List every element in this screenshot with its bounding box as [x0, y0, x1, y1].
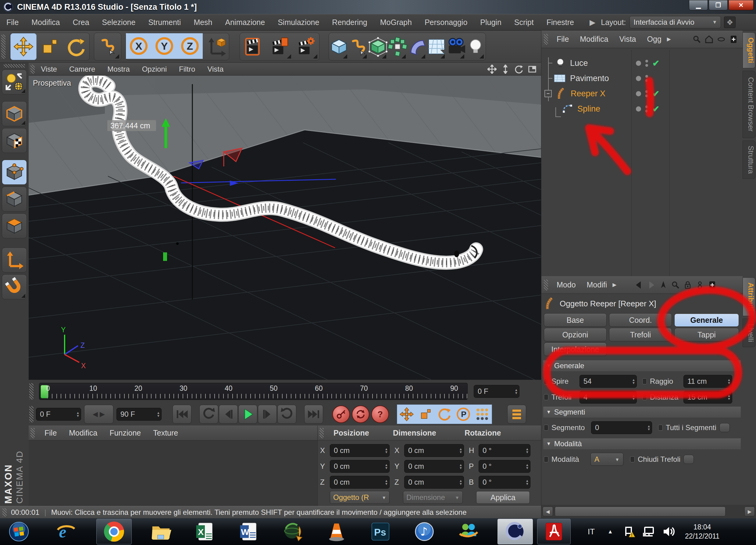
render-view-button[interactable]: [240, 33, 266, 60]
volume-icon[interactable]: [662, 525, 676, 538]
chiudi-anim-dot[interactable]: [630, 456, 635, 462]
home-icon[interactable]: [703, 33, 715, 45]
polygons-mode-button[interactable]: [2, 213, 27, 238]
excel-icon[interactable]: X: [190, 519, 219, 544]
om-menu-oggetti[interactable]: Ogg: [642, 35, 667, 44]
menu-selezione[interactable]: Selezione: [96, 18, 142, 27]
pos-z-field[interactable]: 0 cm▲▼: [330, 476, 390, 489]
pan-view-icon[interactable]: [487, 65, 497, 74]
attr-grip[interactable]: [544, 280, 548, 290]
make-editable-button[interactable]: [2, 69, 27, 94]
menu-personaggio[interactable]: Personaggio: [418, 18, 474, 27]
dim-z-field[interactable]: 0 cm▲▼: [404, 476, 464, 489]
add-primitive-cube-button[interactable]: [329, 33, 349, 60]
autokey-button[interactable]: [352, 405, 369, 423]
apply-button[interactable]: Applica: [476, 491, 530, 504]
add-camera-button[interactable]: [446, 33, 466, 60]
menu-script[interactable]: Script: [508, 18, 540, 27]
mode-toolbar-grip[interactable]: [4, 64, 25, 68]
om-menu-file[interactable]: File: [551, 35, 574, 44]
photoshop-icon[interactable]: Ps: [366, 519, 395, 544]
add-modeling-object-button[interactable]: [388, 33, 407, 60]
attr-menu-overflow-icon[interactable]: ▶: [612, 282, 616, 288]
timeline-ruler[interactable]: 0 10 20 30 40 50 60 70 80 90: [39, 383, 468, 400]
goto-end-button[interactable]: [304, 405, 323, 424]
object-label[interactable]: Pavimento: [570, 74, 609, 83]
render-dot[interactable]: [645, 64, 648, 67]
scale-tool-button[interactable]: [37, 33, 63, 60]
add-generator-button[interactable]: [368, 33, 388, 60]
tab-oggetti[interactable]: Oggetti: [743, 32, 755, 68]
attr-menu-modifica[interactable]: Modifi: [581, 280, 613, 289]
keying-selection-button[interactable]: [473, 405, 492, 424]
move-tool-button[interactable]: [10, 33, 37, 60]
coords-mode-dropdown[interactable]: Oggetto (R▼: [330, 491, 390, 504]
menu-mograph[interactable]: MoGraph: [374, 18, 418, 27]
segmento-field[interactable]: 0▲▼: [591, 421, 652, 434]
rotate-view-icon[interactable]: [514, 65, 523, 74]
explorer-folder-icon[interactable]: [146, 519, 176, 544]
tab-base[interactable]: Base: [544, 313, 607, 327]
tab-struttura[interactable]: Struttura: [743, 141, 755, 179]
render-dot[interactable]: [645, 60, 648, 62]
last-tool-spline-button[interactable]: [95, 33, 121, 60]
editor-dot[interactable]: [636, 106, 641, 112]
distanza-field[interactable]: 15 cm▲▼: [683, 391, 732, 404]
render-dot[interactable]: [645, 105, 648, 108]
rotate-tool-button[interactable]: [63, 33, 89, 60]
render-to-picture-viewer-button[interactable]: [266, 33, 293, 60]
mat-menu-funzione[interactable]: Funzione: [103, 429, 147, 437]
modalita-anim-dot[interactable]: [544, 456, 548, 462]
attr-menu-modo[interactable]: Modo: [551, 280, 581, 289]
goto-next-key-button[interactable]: [277, 405, 296, 424]
menu-plugin[interactable]: Plugin: [474, 18, 508, 27]
vp-menu-vista[interactable]: Vista: [201, 65, 230, 73]
rot-h-field[interactable]: 0 °▲▼: [479, 444, 530, 457]
menu-overflow-arrow-icon[interactable]: ▶: [590, 18, 595, 27]
menu-crea[interactable]: Crea: [66, 18, 95, 27]
tray-language[interactable]: IT: [588, 527, 595, 536]
add-object-icon[interactable]: [727, 33, 740, 45]
texture-mode-button[interactable]: [2, 128, 27, 153]
editor-dot[interactable]: [636, 61, 641, 66]
section-segmenti[interactable]: ▼Segmenti: [543, 407, 741, 418]
raggio-field[interactable]: 11 cm▲▼: [683, 375, 732, 388]
tray-clock[interactable]: 18:04 22/12/2011: [685, 522, 719, 541]
tab-interpolazione[interactable]: Interpolazione: [544, 343, 607, 356]
object-row-luce[interactable]: Luce ✔: [541, 56, 743, 70]
play-button[interactable]: [238, 405, 257, 424]
edges-mode-button[interactable]: [2, 187, 27, 212]
z-axis-lock-button[interactable]: Z: [177, 33, 203, 59]
attr-search-icon[interactable]: [669, 279, 682, 291]
scroll-right-button[interactable]: ▶: [744, 507, 755, 516]
om-menu-vista[interactable]: Vista: [614, 35, 641, 44]
object-label[interactable]: Spline: [577, 104, 600, 114]
coordinate-system-button[interactable]: [203, 33, 229, 60]
vp-menu-mostra[interactable]: Mostra: [101, 65, 136, 73]
toolbar-grip[interactable]: [1, 34, 5, 59]
chiudi-trefoli-checkbox[interactable]: [683, 455, 694, 464]
close-button[interactable]: ✕: [729, 0, 754, 10]
vp-menu-opzioni[interactable]: Opzioni: [136, 65, 173, 73]
downloader-globe-icon[interactable]: [278, 519, 307, 544]
attr-add-icon[interactable]: [706, 279, 718, 291]
key-scale-button[interactable]: [416, 405, 435, 424]
adobe-reader-icon[interactable]: [537, 519, 571, 544]
select-parent-icon[interactable]: [657, 279, 669, 291]
tab-livelli[interactable]: Livelli: [743, 319, 755, 347]
current-frame-field[interactable]: 0 F▲▼: [474, 385, 519, 398]
lock-icon[interactable]: [682, 279, 694, 291]
pos-y-field[interactable]: 0 cm▲▼: [330, 460, 390, 473]
messenger-icon[interactable]: [454, 519, 483, 544]
mat-menu-texture[interactable]: Texture: [147, 429, 184, 437]
vp-menu-viste[interactable]: Viste: [35, 65, 63, 73]
object-label[interactable]: Luce: [570, 59, 588, 68]
x-axis-lock-button[interactable]: X: [126, 33, 152, 59]
om-grip[interactable]: [544, 34, 548, 45]
object-row-reeperx[interactable]: − Reeper X ✔: [541, 87, 743, 101]
tab-attributi[interactable]: Attributi: [743, 277, 755, 316]
range-end-field[interactable]: 90 F▲▼: [116, 408, 162, 421]
rot-b-field[interactable]: 0 °▲▼: [479, 476, 530, 489]
om-menu-modifica[interactable]: Modifica: [574, 35, 614, 44]
vp-menu-camere[interactable]: Camere: [63, 65, 101, 73]
